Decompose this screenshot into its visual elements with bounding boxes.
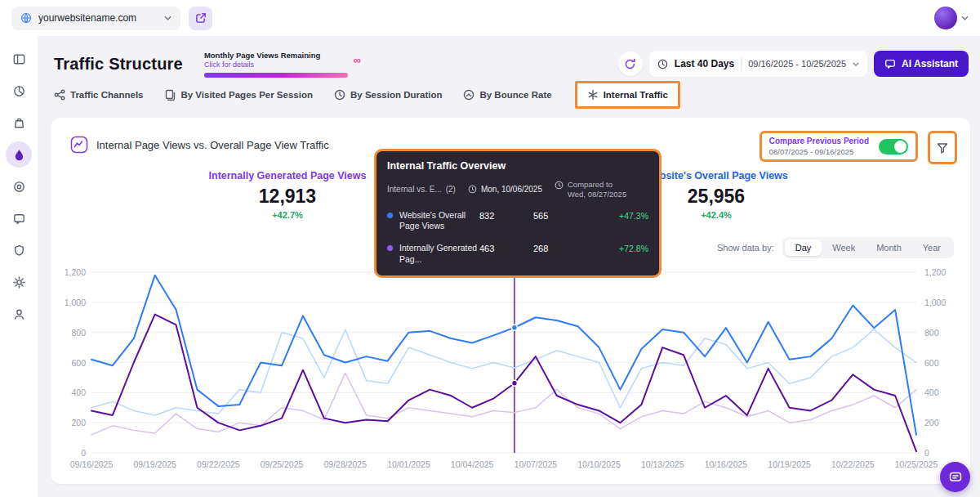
series-current-value: 463 (479, 243, 533, 253)
avatar (934, 7, 957, 29)
metric-internal-pageviews: Internally Generated Page Views 12,913 +… (181, 170, 394, 220)
sidebar-item-collapse[interactable] (6, 46, 32, 72)
header-controls: Last 40 Days 09/16/2025 - 10/25/2025 AI … (618, 51, 969, 77)
svg-text:10/25/2025: 10/25/2025 (895, 459, 938, 469)
chart-line-icon (70, 136, 88, 154)
toggle-knob (894, 141, 906, 153)
gear-icon (12, 275, 26, 289)
tooltip-title: Internal Traffic Overview (387, 160, 648, 172)
svg-text:10/13/2025: 10/13/2025 (641, 459, 684, 469)
target-icon (12, 180, 26, 194)
chevron-down-icon (164, 16, 172, 20)
svg-text:09/19/2025: 09/19/2025 (133, 459, 176, 469)
granularity-month[interactable]: Month (866, 240, 912, 256)
external-link-button[interactable] (189, 7, 212, 30)
pages-icon (164, 89, 176, 101)
svg-text:600: 600 (71, 358, 86, 368)
chevron-down-icon (853, 62, 859, 66)
granularity-day[interactable]: Day (785, 240, 822, 256)
tab-visited-pages-per-session[interactable]: By Visited Pages Per Session (164, 89, 313, 101)
filter-funnel-icon (936, 141, 949, 154)
quota-details-link[interactable]: Click for details (204, 60, 348, 69)
sidebar-item-traffic[interactable] (6, 141, 32, 168)
sidebar-item-feedback[interactable] (6, 205, 32, 231)
series-dot-blue (387, 213, 393, 218)
svg-text:10/16/2025: 10/16/2025 (705, 459, 748, 469)
svg-text:10/07/2025: 10/07/2025 (514, 459, 558, 469)
ai-assistant-label: AI Assistant (902, 58, 958, 69)
tab-label: Internal Traffic (604, 90, 668, 100)
series-previous-value: 268 (533, 243, 612, 253)
tooltip-row-internal: Internally Generated Pag... 463 268 +72.… (387, 243, 648, 265)
granularity-year[interactable]: Year (912, 240, 951, 256)
refresh-button[interactable] (618, 51, 643, 76)
sidebar-item-account[interactable] (6, 301, 32, 327)
quota-progress-bar (204, 73, 348, 78)
granularity-segmented-control: Day Week Month Year (782, 237, 954, 258)
main-content: Traffic Structure Monthly Page Views Rem… (38, 36, 980, 497)
sidebar-item-campaigns[interactable] (6, 173, 32, 199)
ai-assistant-button[interactable]: AI Assistant (874, 51, 969, 77)
quota-label: Monthly Page Views Remaining (204, 51, 348, 60)
pie-chart-icon (12, 84, 26, 98)
compared-to-date: Wed, 08/27/2025 (568, 190, 626, 199)
svg-text:10/01/2025: 10/01/2025 (387, 459, 430, 469)
compare-dates: 08/07/2025 - 09/16/2025 (769, 147, 869, 156)
user-icon (12, 307, 26, 321)
tab-session-duration[interactable]: By Session Duration (334, 89, 442, 101)
metric-label: Internally Generated Page Views (181, 170, 394, 181)
clock-icon (468, 185, 477, 194)
tooltip-series-count: (2) (446, 185, 456, 194)
quota-widget: Monthly Page Views Remaining Click for d… (204, 51, 348, 78)
chart-filter-button[interactable] (928, 131, 957, 164)
traffic-drop-icon (12, 148, 26, 162)
svg-text:200: 200 (71, 418, 86, 428)
chevron-down-icon (961, 16, 969, 20)
svg-text:800: 800 (924, 328, 939, 338)
tab-bounce-rate[interactable]: By Bounce Rate (463, 89, 551, 101)
site-selector[interactable]: yourwebsitename.com (11, 7, 180, 30)
svg-text:09/28/2025: 09/28/2025 (323, 459, 367, 469)
series-label: Website's Overall Page Views (399, 210, 479, 232)
range-dates: 09/16/2025 - 10/25/2025 (748, 59, 846, 69)
tab-internal-traffic[interactable]: Internal Traffic (587, 89, 668, 101)
granularity-week[interactable]: Week (822, 240, 866, 256)
svg-text:400: 400 (924, 387, 939, 397)
tab-label: By Session Duration (350, 90, 442, 100)
compare-toggle[interactable] (879, 139, 908, 154)
quota-infinity-value: ∞ (354, 54, 361, 66)
svg-text:1,000: 1,000 (924, 298, 946, 307)
user-menu[interactable] (934, 7, 969, 29)
sidebar-item-security[interactable] (6, 237, 32, 263)
tab-label: By Bounce Rate (479, 90, 551, 100)
tooltip-meta: Internal vs. E... (2) Mon, 10/06/2025 Co… (387, 180, 648, 199)
tab-traffic-channels[interactable]: Traffic Channels (54, 89, 143, 101)
svg-text:1,200: 1,200 (65, 267, 86, 277)
screen: yourwebsitename.com (0, 0, 980, 497)
tooltip-date-text: Mon, 10/06/2025 (481, 185, 542, 194)
svg-text:10/19/2025: 10/19/2025 (768, 459, 811, 469)
svg-text:800: 800 (71, 328, 86, 338)
series-dot-purple (387, 245, 393, 251)
sidebar-item-orders[interactable] (6, 110, 32, 136)
date-range-picker[interactable]: Last 40 Days 09/16/2025 - 10/25/2025 (649, 51, 867, 77)
sidebar-item-overview[interactable] (6, 78, 32, 104)
traffic-chart[interactable]: 002002004004006006008008001,0001,0001,20… (65, 262, 959, 476)
ai-chat-icon (884, 58, 896, 69)
chat-bubble-icon (12, 212, 26, 226)
compare-previous-period[interactable]: Compare Previous Period 08/07/2025 - 09/… (760, 131, 918, 162)
site-name: yourwebsitename.com (38, 12, 136, 24)
refresh-icon (624, 58, 636, 70)
compare-texts: Compare Previous Period 08/07/2025 - 09/… (769, 137, 869, 156)
svg-text:600: 600 (924, 358, 939, 368)
svg-text:09/16/2025: 09/16/2025 (70, 459, 114, 469)
session-clock-icon (334, 89, 345, 101)
metric-value: 12,913 (181, 186, 394, 208)
svg-text:0: 0 (924, 448, 929, 458)
support-chat-button[interactable] (940, 462, 970, 492)
sidebar (0, 36, 38, 497)
tooltip-date: Mon, 10/06/2025 (468, 185, 542, 194)
sidebar-item-settings[interactable] (6, 269, 32, 295)
divider (741, 57, 742, 70)
tooltip-subtitle: Internal vs. E... (2) (387, 185, 456, 194)
